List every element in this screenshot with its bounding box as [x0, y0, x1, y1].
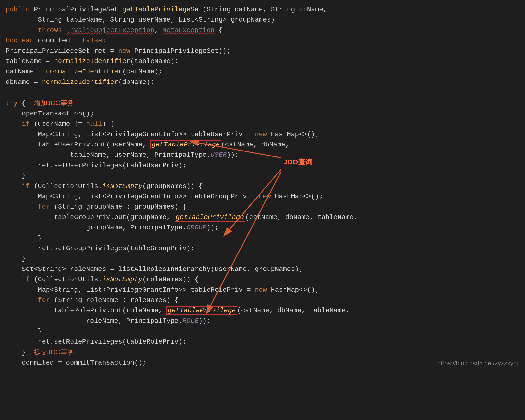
code-line-6: tableName = normalizeIdentifier(tableNam… [6, 56, 519, 66]
code-line-16: ret.setUserPrivileges(tableUserPriv); [6, 160, 519, 171]
code-line-25: } [6, 254, 519, 264]
code-line-8: dbName = normalizeIdentifier(dbName); [6, 77, 519, 87]
code-line-10: try { 增加JDO事务 [6, 98, 519, 109]
code-line-33: ret.setRolePrivileges(tableRolePriv); [6, 337, 519, 347]
highlight-box-1: getTablePrivilege [150, 140, 221, 149]
code-line-31: roleName, PrincipalType.ROLE)); [6, 316, 519, 326]
code-line-28: Map<String, List<PrivilegeGrantInfo>> ta… [6, 285, 519, 295]
code-line-24: ret.setGroupPrivileges(tableGroupPriv); [6, 243, 519, 254]
code-block: public PrincipalPrivilegeSet getTablePri… [0, 0, 525, 373]
code-line-32: } [6, 326, 519, 336]
code-line-7: catName = normalizeIdentifier(catName); [6, 66, 519, 77]
code-line-1: public PrincipalPrivilegeSet getTablePri… [6, 4, 519, 15]
code-line-4: boolean commited = false; [6, 35, 519, 46]
code-line-21: tableGroupPriv.put(groupName, getTablePr… [6, 212, 519, 222]
code-line-30: tableRolePriv.put(roleName, getTablePriv… [6, 305, 519, 316]
method-name: getTablePrivilegeSet [122, 6, 203, 13]
watermark: https://blog.csdn.net/zyzzxycj [437, 358, 518, 368]
code-line-11: openTransaction(); [6, 109, 519, 119]
code-line-17: } [6, 171, 519, 181]
jdo-annotation-label: JDO查询 [283, 156, 312, 168]
code-line-27: if (CollectionUtils.isNotEmpty(roleNames… [6, 274, 519, 284]
code-line-20: for (String groupName : groupNames) { [6, 202, 519, 212]
code-line-9 [6, 87, 519, 98]
code-line-29: for (String roleName : roleNames) { [6, 295, 519, 305]
code-line-26: Set<String> roleNames = listAllRolesInHi… [6, 264, 519, 274]
code-line-34: } 提交JDO事务 [6, 347, 519, 358]
type-principal: PrincipalPrivilegeSet [34, 6, 122, 13]
code-line-13: Map<String, List<PrivilegeGrantInfo>> ta… [6, 129, 519, 139]
code-line-19: Map<String, List<PrivilegeGrantInfo>> ta… [6, 191, 519, 202]
code-line-12: if (userName != null) { [6, 119, 519, 129]
code-line-22: groupName, PrincipalType.GROUP)); [6, 222, 519, 233]
code-line-14: tableUserPriv.put(userName, getTablePriv… [6, 139, 519, 150]
code-line-3: throws InvalidObjectException, MetaExcep… [6, 25, 519, 35]
code-line-18: if (CollectionUtils.isNotEmpty(groupName… [6, 181, 519, 191]
highlight-box-2: getTablePrivilege [175, 213, 245, 222]
code-line-15: tableName, userName, PrincipalType.USER)… [6, 150, 519, 160]
keyword-public: public [6, 6, 34, 13]
code-line-2: String tableName, String userName, List<… [6, 15, 519, 25]
code-line-5: PrincipalPrivilegeSet ret = new Principa… [6, 46, 519, 56]
code-line-23: } [6, 233, 519, 243]
highlight-box-3: getTablePrivilege [166, 306, 237, 315]
